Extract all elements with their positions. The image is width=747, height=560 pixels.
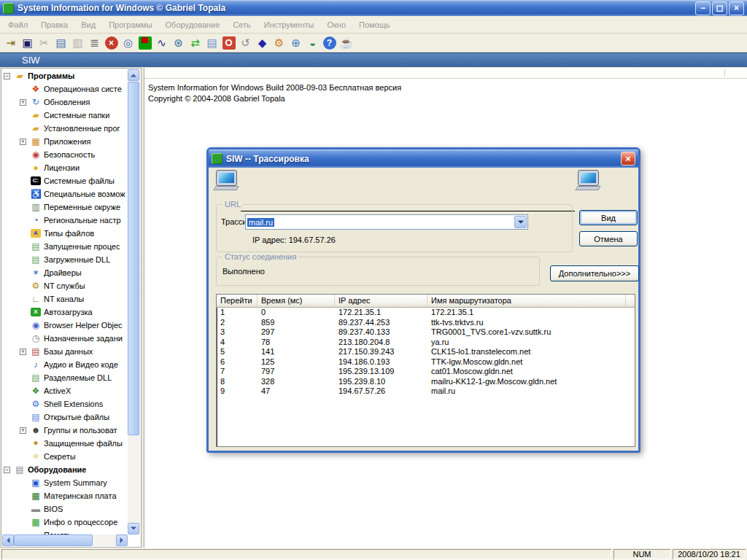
column-header[interactable]: Перейти [217, 295, 258, 308]
close-button[interactable]: × [729, 1, 744, 15]
expand-icon[interactable]: + [20, 427, 26, 434]
tree-item[interactable]: XАвтозагрузка [2, 306, 128, 319]
table-row[interactable]: 329789.237.40.133TRG0001_TVS.core1-vzv.s… [217, 327, 635, 338]
menu-item-4[interactable]: Оборудование [159, 20, 227, 29]
tree-item[interactable]: −▤Оборудование [2, 463, 128, 476]
cancel-button[interactable]: Отмена [579, 231, 638, 246]
report-button[interactable]: ▤ [204, 35, 220, 52]
tree-item[interactable]: ♿Специальные возмож [2, 187, 128, 201]
cut-button[interactable]: ✂ [36, 35, 53, 52]
table-row[interactable]: 6125194.186.0.193TTK-lgw.Moscow.gldn.net [217, 357, 635, 368]
scroll-left-icon[interactable] [2, 534, 14, 546]
view-button[interactable]: Вид [579, 210, 638, 225]
tree-item[interactable]: ✶Драйверы [2, 266, 128, 279]
expand-icon[interactable]: + [20, 349, 26, 355]
stop-button[interactable]: × [103, 35, 120, 52]
url-combobox[interactable]: mail.ru [245, 214, 528, 230]
horizontal-scroll-thumb[interactable] [14, 534, 93, 546]
paste-button[interactable]: ▥ [69, 35, 86, 52]
cube-button[interactable]: ◆ [254, 35, 271, 52]
horizontal-scroll-track[interactable] [93, 534, 116, 546]
tree-item[interactable]: ❖Операционная систе [2, 82, 128, 96]
tree-item[interactable]: ▰Установленные прог [2, 122, 128, 135]
donate-button[interactable]: ☕ [338, 35, 355, 52]
tree-item[interactable]: AТипы файлов [2, 227, 128, 240]
tree-item[interactable]: ✧Секреты [2, 450, 128, 463]
tree-item[interactable]: ⚙Shell Extensions [2, 397, 128, 411]
tree-item[interactable]: ▥Переменные окруже [2, 201, 128, 214]
tree-item[interactable]: ◔Региональные настр [2, 214, 128, 227]
tree-vertical-scrollbar[interactable] [128, 69, 140, 534]
tree-item[interactable]: ▤Разделяемые DLL [2, 371, 128, 384]
table-row[interactable]: 10172.21.35.1172.21.35.1 [217, 308, 635, 318]
copy-button[interactable]: ▤ [53, 35, 69, 52]
tools-button[interactable]: ⚙ [271, 35, 287, 52]
eureka-button[interactable]: O [220, 35, 237, 52]
advanced-button[interactable]: Дополнительно>>> [550, 265, 639, 281]
expand-icon[interactable]: + [20, 99, 26, 106]
tree-item[interactable]: ▰Системные папки [2, 109, 128, 122]
history-button[interactable]: ↺ [237, 35, 254, 52]
tree-item[interactable]: ▬Память [2, 529, 128, 534]
scroll-right-icon[interactable] [116, 534, 128, 546]
web-report-button[interactable]: ◒ [304, 35, 321, 52]
table-row[interactable]: 8328195.239.8.10mailru-KK12-1-gw.Moscow.… [217, 377, 635, 387]
collapse-icon[interactable]: − [4, 467, 10, 473]
help-button[interactable]: ? [321, 35, 338, 52]
table-row[interactable]: 478213.180.204.8ya.ru [217, 338, 635, 348]
tree-item[interactable]: +↻Обновления [2, 96, 128, 109]
tree-item[interactable]: −▰Программы [2, 69, 128, 82]
tree-item[interactable]: ●Лицензии [2, 161, 128, 174]
graph-button[interactable]: ∿ [153, 35, 170, 52]
tree-item[interactable]: ◉Безопасность [2, 148, 128, 161]
tree-item[interactable]: ♪Аудио и Видео коде [2, 358, 128, 371]
tree-item[interactable]: ▤Запущенные процес [2, 240, 128, 253]
print-button[interactable]: ≣ [86, 35, 103, 52]
network-button[interactable]: ⊛ [170, 35, 187, 52]
scroll-down-icon[interactable] [128, 523, 139, 534]
tree-item[interactable]: ◷Назначенные задани [2, 332, 128, 345]
table-row[interactable]: 285989.237.44.253ttk-tvs.trktvs.ru [217, 318, 635, 328]
tree-item[interactable]: ▬BIOS [2, 502, 128, 516]
tree-item[interactable]: ✦Защищенные файлы [2, 437, 128, 450]
column-header[interactable]: IP адрес [335, 295, 427, 308]
scroll-up-icon[interactable] [128, 69, 139, 81]
combobox-dropdown-icon[interactable] [514, 216, 527, 228]
menu-item-8[interactable]: Помощь [352, 20, 397, 29]
minimize-button[interactable]: − [695, 1, 711, 15]
expand-icon[interactable]: + [20, 139, 26, 145]
exit-button[interactable]: ⇥ [2, 35, 19, 52]
tree-item[interactable]: +☻Группы и пользоват [2, 424, 128, 437]
tree-item[interactable]: ∟NT каналы [2, 292, 128, 306]
menu-item-2[interactable]: Вид [74, 20, 102, 29]
menu-item-3[interactable]: Программы [102, 20, 158, 29]
column-header[interactable]: Имя маршрутизатора [427, 295, 626, 308]
tree-item[interactable]: ▦Инфо о процессоре [2, 516, 128, 529]
tree-item[interactable]: ▦Материнская плата [2, 489, 128, 502]
tree-item[interactable]: ⚙NT службы [2, 279, 128, 292]
tree-item[interactable]: +▦Приложения [2, 135, 128, 148]
tree-item[interactable]: ❖ActiveX [2, 384, 128, 397]
table-row[interactable]: 5141217.150.39.243CLK15-lo1.transtelecom… [217, 347, 635, 357]
collapse-icon[interactable]: − [4, 73, 10, 79]
vertical-scroll-thumb[interactable] [128, 82, 139, 435]
world-button[interactable]: ⊕ [287, 35, 304, 52]
tree-item[interactable]: ▣System Summary [2, 476, 128, 489]
restore-button[interactable]: ◻ [712, 1, 727, 15]
menu-item-5[interactable]: Сеть [226, 20, 257, 29]
menu-item-0[interactable]: Файл [1, 20, 34, 29]
save-button[interactable]: ▣ [19, 35, 36, 52]
menu-item-7[interactable]: Окно [320, 20, 352, 29]
table-row[interactable]: 947194.67.57.26mail.ru [217, 386, 635, 397]
tree-horizontal-scrollbar[interactable] [2, 534, 128, 546]
transfer-button[interactable]: ⇄ [187, 35, 204, 52]
tree-item[interactable]: C:Системные файлы [2, 174, 128, 187]
preview-button[interactable]: ◎ [120, 35, 136, 52]
column-header[interactable]: Время (мс) [258, 295, 335, 308]
colors-button[interactable]: ▀ [136, 35, 153, 52]
tree-item[interactable]: ▤Загруженные DLL [2, 253, 128, 266]
menu-item-1[interactable]: Правка [34, 20, 74, 29]
tree-item[interactable]: ▤Открытые файлы [2, 411, 128, 424]
tree-item[interactable]: ◉Browser Helper Objec [2, 319, 128, 332]
tree-item[interactable]: +▤Базы данных [2, 345, 128, 358]
